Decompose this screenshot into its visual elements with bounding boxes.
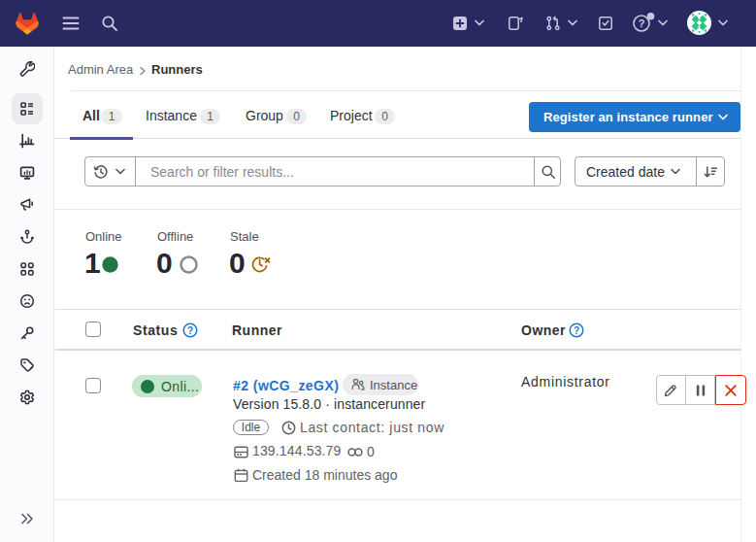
svg-text:?: ? <box>574 325 579 336</box>
svg-text:?: ? <box>187 325 193 336</box>
svg-text:?: ? <box>639 17 645 29</box>
